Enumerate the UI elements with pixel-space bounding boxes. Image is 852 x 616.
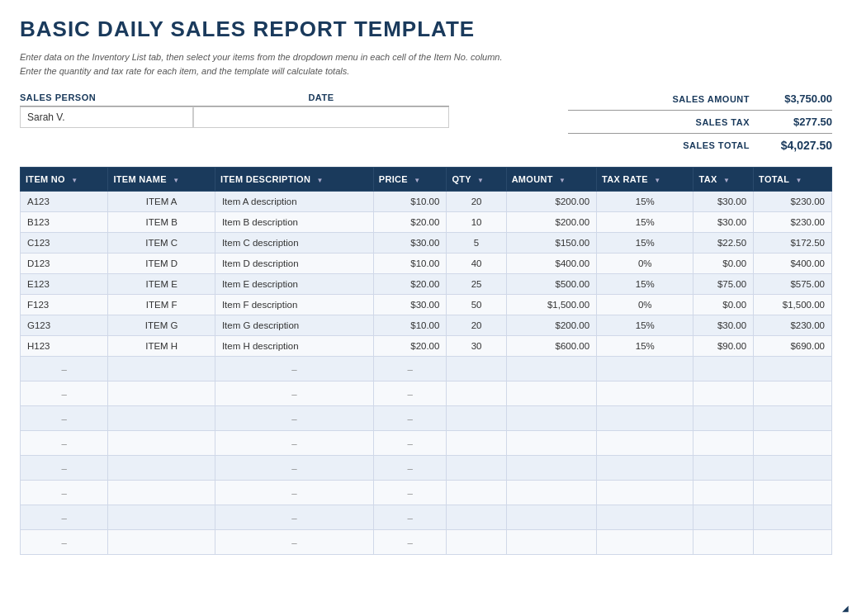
sales-tax-row: SALES TAX $277.50 (568, 116, 832, 128)
table-row: A123ITEM AItem A description$10.0020$200… (21, 192, 832, 212)
total-dropdown-icon[interactable]: ▼ (795, 177, 802, 184)
col-qty[interactable]: QTY ▼ (447, 168, 506, 192)
col-total[interactable]: TOTAL ▼ (754, 168, 832, 192)
table-row: G123ITEM GItem G description$10.0020$200… (21, 315, 832, 336)
table-row: B123ITEM BItem B description$20.0010$200… (21, 212, 832, 233)
col-item-name[interactable]: ITEM NAME ▼ (108, 168, 215, 192)
col-item-no[interactable]: ITEM NO ▼ (21, 168, 108, 192)
empty-row: ––– (21, 406, 832, 431)
empty-row: ––– (21, 456, 832, 481)
sales-person-label: SALES PERSON (20, 92, 193, 102)
sales-amount-label: SALES AMOUNT (642, 94, 750, 104)
top-section: SALES PERSON DATE Sarah V. SALES AMOUNT … (20, 92, 832, 152)
empty-row: ––– (21, 505, 832, 530)
page-title: BASIC DAILY SALES REPORT TEMPLATE (20, 17, 832, 42)
date-label: DATE (193, 92, 449, 102)
empty-row: ––– (21, 530, 832, 555)
sales-table: ITEM NO ▼ ITEM NAME ▼ ITEM DESCRIPTION ▼… (20, 167, 832, 555)
table-row: H123ITEM HItem H description$20.0030$600… (21, 336, 832, 357)
sales-person-input[interactable]: Sarah V. (20, 107, 193, 128)
sales-total-value: $4,027.50 (758, 139, 832, 152)
empty-row: ––– (21, 381, 832, 406)
item-name-dropdown-icon[interactable]: ▼ (173, 177, 179, 184)
tax-rate-dropdown-icon[interactable]: ▼ (654, 177, 660, 184)
date-input[interactable] (193, 107, 449, 128)
price-dropdown-icon[interactable]: ▼ (414, 177, 420, 184)
table-row: C123ITEM CItem C description$30.005$150.… (21, 233, 832, 254)
item-no-dropdown-icon[interactable]: ▼ (71, 177, 78, 184)
table-row: E123ITEM EItem E description$20.0025$500… (21, 274, 832, 295)
col-amount[interactable]: AMOUNT ▼ (506, 168, 596, 192)
right-summary: SALES AMOUNT $3,750.00 SALES TAX $277.50… (568, 92, 832, 152)
sales-tax-label: SALES TAX (642, 117, 750, 127)
field-inputs: Sarah V. (20, 106, 449, 128)
empty-row: ––– (21, 357, 832, 381)
tax-dropdown-icon[interactable]: ▼ (723, 177, 730, 184)
col-price[interactable]: PRICE ▼ (373, 168, 447, 192)
field-labels: SALES PERSON DATE (20, 92, 449, 102)
sales-tax-value: $277.50 (758, 116, 832, 128)
sales-amount-row: SALES AMOUNT $3,750.00 (568, 92, 832, 105)
item-desc-dropdown-icon[interactable]: ▼ (317, 177, 324, 184)
table-row: F123ITEM FItem F description$30.0050$1,5… (21, 295, 832, 315)
sales-total-row: SALES TOTAL $4,027.50 (568, 139, 832, 152)
table-header-row: ITEM NO ▼ ITEM NAME ▼ ITEM DESCRIPTION ▼… (21, 168, 832, 192)
sales-total-label: SALES TOTAL (642, 140, 750, 150)
qty-dropdown-icon[interactable]: ▼ (477, 177, 484, 184)
empty-row: ––– (21, 481, 832, 505)
empty-row: ––– (21, 431, 832, 456)
col-tax[interactable]: TAX ▼ (693, 168, 754, 192)
left-fields: SALES PERSON DATE Sarah V. (20, 92, 449, 128)
subtitle: Enter data on the Inventory List tab, th… (20, 50, 832, 78)
col-tax-rate[interactable]: TAX RATE ▼ (597, 168, 693, 192)
sales-amount-value: $3,750.00 (758, 92, 832, 105)
amount-dropdown-icon[interactable]: ▼ (559, 177, 566, 184)
col-item-desc[interactable]: ITEM DESCRIPTION ▼ (215, 168, 373, 192)
table-row: D123ITEM DItem D description$10.0040$400… (21, 254, 832, 274)
